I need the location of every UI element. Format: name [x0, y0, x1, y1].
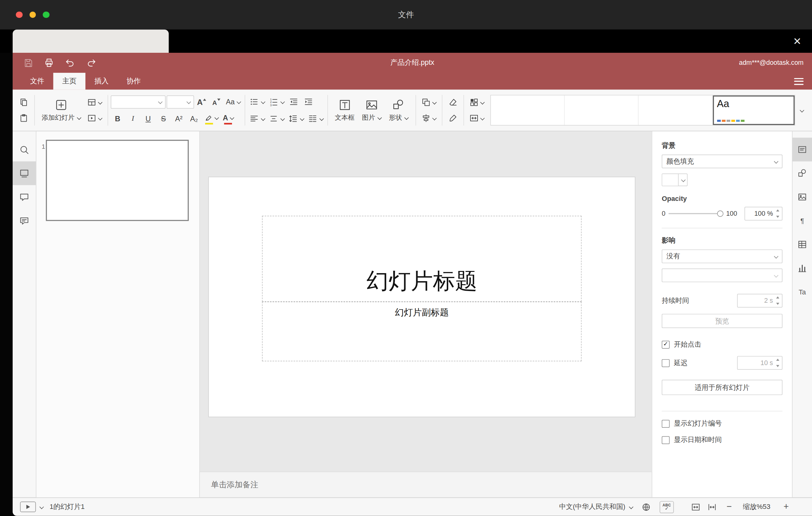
theme-option-selected[interactable]: Aa [713, 95, 795, 125]
clear-style-button[interactable] [446, 95, 459, 109]
chevron-down-icon [774, 159, 778, 164]
close-icon[interactable]: ✕ [790, 34, 805, 49]
insert-shape-button[interactable]: 形状 [386, 97, 411, 123]
decrease-font-button[interactable]: A [209, 95, 223, 109]
slide-thumbnail-number: 1 [42, 143, 45, 150]
columns-icon [308, 114, 317, 123]
copy-button[interactable] [17, 95, 31, 109]
spinner-arrows[interactable] [774, 208, 781, 219]
window-minimize-button[interactable] [29, 11, 36, 18]
show-slide-number-checkbox[interactable] [662, 420, 670, 428]
zoom-out-button[interactable]: − [723, 501, 733, 513]
apply-to-all-slides-button[interactable]: 适用于所有幻灯片 [662, 380, 782, 395]
chevron-down-icon[interactable] [39, 505, 43, 509]
align-shapes-button[interactable] [419, 111, 438, 125]
slide-size-button[interactable] [467, 111, 486, 125]
chat-button[interactable] [13, 209, 36, 233]
font-name-select[interactable] [111, 95, 165, 108]
strikethrough-button[interactable]: S [156, 112, 171, 125]
bullets-button[interactable] [248, 95, 266, 109]
slides-panel-button[interactable] [13, 162, 36, 185]
increase-indent-button[interactable] [302, 95, 315, 109]
print-button[interactable] [42, 56, 56, 69]
insert-textbox-button[interactable]: 文本框 [332, 97, 358, 123]
tab-home[interactable]: 主页 [53, 73, 85, 90]
slide-canvas[interactable]: 幻灯片标题 幻灯片副标题 [209, 177, 635, 417]
bold-button[interactable]: B [111, 112, 125, 125]
color-scheme-button[interactable] [467, 95, 486, 109]
chart-settings-tab[interactable] [792, 256, 812, 280]
theme-option-2[interactable] [564, 95, 639, 125]
window-zoom-button[interactable] [42, 11, 49, 18]
start-on-click-checkbox[interactable]: ✓ [662, 340, 670, 348]
theme-option-3[interactable] [639, 95, 713, 125]
preview-button[interactable]: 预览 [662, 314, 782, 328]
color-picker-dropdown[interactable] [678, 174, 687, 186]
horizontal-align-button[interactable] [248, 112, 266, 125]
search-button[interactable] [13, 138, 36, 162]
duration-input[interactable]: 2 s [737, 294, 782, 307]
subtitle-placeholder[interactable]: 幻灯片副标题 [262, 302, 582, 362]
language-selector[interactable]: 中文(中华人民共和国) [559, 502, 633, 512]
theme-option-1[interactable] [491, 95, 564, 125]
decrease-indent-button[interactable] [287, 95, 300, 109]
add-slide-button[interactable]: 添加幻灯片 [38, 97, 84, 123]
comments-button[interactable] [13, 185, 36, 209]
zoom-in-button[interactable]: + [780, 501, 790, 513]
paste-button[interactable] [17, 111, 31, 125]
save-button[interactable] [21, 56, 34, 69]
change-case-button[interactable]: Aa [224, 95, 242, 109]
paragraph-settings-tab[interactable]: ¶ [792, 209, 812, 233]
delay-input[interactable]: 10 s [737, 356, 782, 370]
title-placeholder[interactable]: 幻灯片标题 [262, 216, 582, 302]
numbering-button[interactable]: 123 [267, 95, 286, 109]
effect-select[interactable]: 没有 [662, 249, 782, 263]
line-spacing-button[interactable] [287, 112, 306, 125]
tab-collaboration[interactable]: 协作 [118, 73, 150, 90]
undo-button[interactable] [63, 56, 77, 69]
spinner-arrows[interactable] [774, 358, 781, 368]
highlight-color-button[interactable] [202, 112, 220, 125]
background-fill-select[interactable]: 颜色填充 [662, 154, 782, 168]
notes-area[interactable]: 单击添加备注 [200, 471, 652, 497]
opacity-slider[interactable] [669, 210, 723, 217]
delay-checkbox[interactable] [662, 359, 670, 367]
tab-insert[interactable]: 插入 [85, 73, 118, 90]
slide-settings-tab[interactable] [792, 138, 812, 162]
columns-button[interactable] [306, 112, 325, 125]
shape-settings-tab[interactable] [792, 162, 812, 185]
spellcheck-button[interactable]: ABC ✓ [660, 501, 674, 513]
image-settings-tab[interactable] [792, 185, 812, 209]
opacity-input[interactable]: 100 % [745, 207, 782, 220]
slide-thumbnail[interactable] [46, 140, 189, 221]
font-color-button[interactable]: A [221, 112, 235, 125]
tab-file[interactable]: 文件 [21, 73, 53, 90]
redo-button[interactable] [84, 56, 98, 69]
effect-type-select[interactable] [662, 268, 782, 282]
superscript-button[interactable]: A² [172, 112, 186, 125]
insert-picture-button[interactable]: 图片 [359, 97, 385, 123]
start-slideshow-statusbar-button[interactable] [20, 501, 36, 512]
fit-to-slide-button[interactable] [691, 502, 701, 512]
subscript-button[interactable]: A₂ [187, 112, 201, 125]
increase-font-button[interactable]: A [195, 95, 208, 109]
italic-button[interactable]: I [126, 112, 140, 125]
slider-knob[interactable] [717, 210, 724, 217]
slide-layout-button[interactable] [85, 95, 104, 109]
window-close-button[interactable] [16, 11, 22, 18]
globe-icon[interactable] [641, 502, 651, 512]
fit-to-width-button[interactable] [707, 502, 717, 512]
table-settings-tab[interactable] [792, 233, 812, 256]
font-size-select[interactable] [166, 95, 194, 108]
background-color-picker[interactable] [662, 173, 688, 186]
textart-settings-tab[interactable]: Ta [792, 280, 812, 304]
menu-icon[interactable] [794, 78, 804, 85]
arrange-shapes-button[interactable] [419, 95, 438, 109]
spinner-arrows[interactable] [774, 295, 781, 306]
theme-gallery-expand-button[interactable] [795, 95, 808, 125]
underline-button[interactable]: U [141, 112, 155, 125]
start-slideshow-button[interactable] [85, 111, 104, 125]
copy-style-button[interactable] [446, 111, 459, 125]
vertical-align-button[interactable] [267, 112, 286, 125]
show-date-time-checkbox[interactable] [662, 436, 670, 444]
